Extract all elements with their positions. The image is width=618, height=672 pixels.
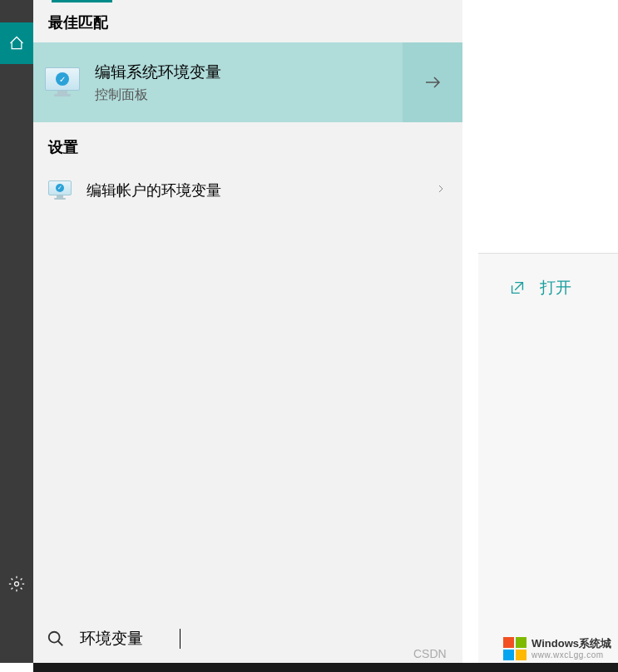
arrow-right-icon: [423, 72, 442, 92]
settings-header: 设置: [33, 122, 462, 167]
best-match-result[interactable]: ✓ 编辑系统环境变量 控制面板: [33, 42, 462, 122]
watermark-text: Windows系统城 www.wxcLgg.com: [531, 638, 611, 659]
watermark-url: www.wxcLgg.com: [531, 650, 611, 660]
search-results-panel: 最佳匹配 ✓ 编辑系统环境变量 控制面板 设置 ✓: [33, 0, 462, 663]
left-sidebar: [0, 0, 33, 663]
open-label: 打开: [540, 277, 571, 299]
open-action[interactable]: 打开: [478, 254, 618, 322]
best-match-header: 最佳匹配: [33, 2, 462, 42]
detail-preview-area: [478, 0, 618, 254]
taskbar: [33, 663, 618, 672]
watermark-logo: [503, 637, 527, 660]
watermark-title: Windows系统城: [531, 638, 611, 650]
settings-expand-button[interactable]: [434, 182, 447, 199]
svg-point-1: [49, 632, 60, 643]
search-bar[interactable]: [33, 615, 462, 663]
gear-icon: [8, 576, 25, 592]
settings-item-icon: ✓: [48, 180, 72, 200]
svg-point-0: [15, 582, 19, 586]
detail-panel: 打开: [478, 0, 618, 663]
csdn-watermark: CSDN: [413, 647, 447, 660]
result-title: 编辑系统环境变量: [95, 62, 221, 83]
best-match-expand-button[interactable]: [403, 42, 462, 122]
settings-item-title: 编辑帐户的环境变量: [87, 180, 419, 200]
chevron-right-icon: [434, 182, 447, 195]
settings-button[interactable]: [0, 567, 33, 600]
home-icon: [8, 35, 25, 52]
settings-result-item[interactable]: ✓ 编辑帐户的环境变量: [33, 167, 462, 214]
search-input[interactable]: [80, 630, 180, 648]
control-panel-icon: ✓: [45, 67, 80, 97]
text-cursor: [180, 629, 180, 649]
search-icon: [47, 630, 65, 648]
result-text-block: 编辑系统环境变量 控制面板: [95, 62, 221, 104]
best-match-main[interactable]: ✓ 编辑系统环境变量 控制面板: [33, 42, 403, 122]
result-subtitle: 控制面板: [95, 86, 221, 104]
home-button[interactable]: [0, 22, 33, 64]
watermark: Windows系统城 www.wxcLgg.com: [503, 637, 611, 660]
open-icon: [508, 279, 527, 297]
